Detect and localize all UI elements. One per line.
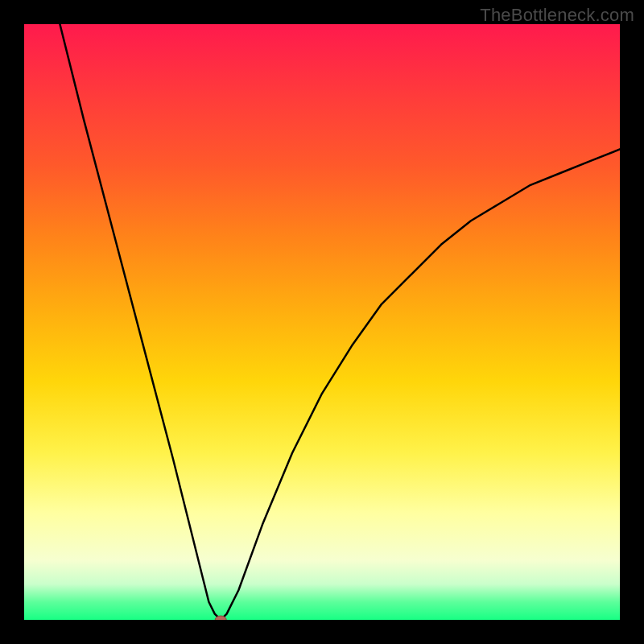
bottleneck-curve — [60, 24, 620, 620]
plot-area — [24, 24, 620, 620]
watermark-text: TheBottleneck.com — [480, 5, 634, 26]
curve-svg — [24, 24, 620, 620]
chart-frame: TheBottleneck.com — [0, 0, 644, 644]
